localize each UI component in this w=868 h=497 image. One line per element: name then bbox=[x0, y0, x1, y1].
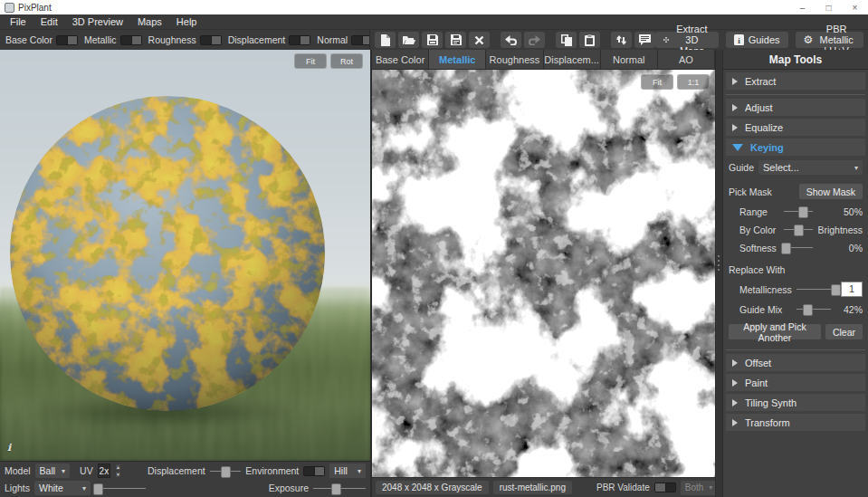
base-color-toggle[interactable] bbox=[56, 35, 78, 45]
sync-maps-button[interactable] bbox=[611, 32, 632, 48]
tab-ao[interactable]: AO bbox=[658, 50, 715, 69]
menu-3d-preview[interactable]: 3D Preview bbox=[65, 16, 130, 27]
chevron-down-icon: ▾ bbox=[854, 164, 858, 172]
guide-select[interactable]: Select...▾ bbox=[758, 160, 863, 175]
pixplant-window: PixPlant – □ × File Edit 3D Preview Maps… bbox=[0, 0, 868, 497]
tab-metallic[interactable]: Metallic bbox=[429, 50, 486, 69]
show-mask-button[interactable]: Show Mask bbox=[799, 184, 863, 199]
chevron-right-icon bbox=[732, 399, 738, 406]
chevron-right-icon bbox=[732, 379, 738, 387]
info-icon[interactable]: i bbox=[7, 442, 11, 454]
pbr-settings-button[interactable]: ⚙ PBR Metallic | H+V bbox=[796, 32, 863, 48]
guides-button[interactable]: i Guides bbox=[726, 32, 788, 48]
tab-roughness[interactable]: Roughness bbox=[486, 50, 543, 69]
tab-normal[interactable]: Normal bbox=[601, 50, 658, 69]
apply-and-pick-another-button[interactable]: Apply and Pick Another bbox=[729, 324, 821, 339]
zoom-fit-button[interactable]: Fit bbox=[641, 74, 673, 90]
pbr-validate-toggle[interactable] bbox=[654, 483, 676, 492]
softness-slider[interactable] bbox=[784, 242, 813, 253]
zoom-actual-size-button[interactable]: 1:1 bbox=[677, 74, 710, 90]
section-extract[interactable]: Extract bbox=[726, 72, 865, 90]
normal-toggle-label: Normal bbox=[317, 34, 348, 45]
environment-select[interactable]: Hill▾ bbox=[329, 464, 366, 478]
titlebar: PixPlant – □ × bbox=[0, 0, 868, 14]
pbr-mode-select[interactable]: Both▾ bbox=[681, 481, 718, 495]
chevron-right-icon bbox=[732, 78, 738, 85]
gear-icon: ⚙ bbox=[804, 34, 814, 45]
clear-button[interactable]: Clear bbox=[825, 324, 863, 339]
section-offset[interactable]: Offset bbox=[726, 354, 865, 371]
chevron-right-icon bbox=[732, 359, 738, 367]
metallic-toggle[interactable] bbox=[120, 35, 142, 45]
range-slider[interactable] bbox=[784, 205, 813, 217]
maximize-button[interactable]: □ bbox=[816, 0, 842, 14]
guide-mix-slider[interactable] bbox=[796, 303, 831, 315]
replace-with-label: Replace With bbox=[729, 264, 785, 275]
scene-3d[interactable]: Fit Rot i bbox=[0, 50, 370, 461]
keying-panel: Guide Select...▾ Pick Mask Show Mask Ran… bbox=[723, 156, 868, 345]
by-color-slider[interactable] bbox=[784, 224, 813, 235]
minimize-button[interactable]: – bbox=[789, 0, 816, 14]
lights-intensity-slider[interactable] bbox=[95, 483, 146, 494]
menu-maps[interactable]: Maps bbox=[130, 16, 169, 27]
viewport-3d-panel: Fit Rot i Model Ball▾ UV 2x ▲▼ Displacem… bbox=[0, 50, 372, 497]
displacement-slider[interactable] bbox=[210, 465, 242, 477]
close-button[interactable]: × bbox=[842, 0, 868, 14]
panel-splitter[interactable] bbox=[715, 50, 723, 497]
by-color-value: Brightness bbox=[817, 225, 863, 235]
save-button[interactable] bbox=[422, 32, 443, 48]
model-select[interactable]: Ball▾ bbox=[35, 464, 70, 478]
exposure-slider[interactable] bbox=[313, 483, 366, 494]
metallicness-value-field[interactable]: 1 bbox=[841, 282, 863, 297]
chevron-down-icon: ▾ bbox=[709, 483, 712, 492]
lights-select[interactable]: White▾ bbox=[34, 481, 91, 495]
section-adjust[interactable]: Adjust bbox=[726, 99, 865, 116]
metallic-map-view[interactable]: Fit 1:1 bbox=[372, 70, 715, 477]
menu-file[interactable]: File bbox=[3, 16, 33, 27]
filename-button[interactable]: rust-metallic.png bbox=[493, 481, 572, 494]
section-equalize[interactable]: Equalize bbox=[726, 119, 865, 136]
metallicness-slider[interactable] bbox=[796, 283, 836, 295]
lights-label: Lights bbox=[5, 483, 30, 493]
section-tiling-synth[interactable]: Tiling Synth bbox=[726, 394, 865, 411]
extract-3d-maps-button[interactable]: Extract 3D Maps bbox=[655, 32, 719, 48]
redo-button[interactable] bbox=[524, 32, 545, 48]
copy-button[interactable] bbox=[556, 32, 577, 48]
section-separator bbox=[726, 94, 865, 95]
range-value: 50% bbox=[817, 206, 863, 217]
section-paint[interactable]: Paint bbox=[726, 374, 865, 391]
stepper-up-icon[interactable]: ▲ bbox=[115, 464, 121, 471]
viewport-controls: Model Ball▾ UV 2x ▲▼ Displacement Enviro… bbox=[0, 461, 370, 497]
uv-stepper[interactable]: ▲▼ bbox=[115, 464, 121, 478]
menu-help[interactable]: Help bbox=[169, 16, 205, 27]
splitter-grip-icon bbox=[718, 255, 720, 257]
tab-displacement[interactable]: Displacem... bbox=[544, 50, 601, 69]
rotate-view-button[interactable]: Rot bbox=[330, 53, 363, 69]
chevron-down-icon bbox=[732, 144, 743, 151]
roughness-toggle[interactable] bbox=[200, 35, 222, 45]
normal-toggle[interactable] bbox=[351, 35, 370, 45]
new-button[interactable] bbox=[375, 32, 396, 48]
stepper-down-icon[interactable]: ▼ bbox=[115, 471, 121, 478]
displacement-toggle[interactable] bbox=[289, 35, 310, 45]
undo-button[interactable] bbox=[501, 32, 521, 48]
guide-mix-value: 42% bbox=[835, 304, 863, 315]
pick-mask-label: Pick Mask bbox=[729, 186, 772, 197]
open-button[interactable] bbox=[398, 32, 419, 48]
tab-base-color[interactable]: Base Color bbox=[372, 50, 429, 69]
softness-label: Softness bbox=[739, 243, 779, 253]
chevron-right-icon bbox=[732, 124, 738, 131]
uv-value-field[interactable]: 2x bbox=[98, 464, 110, 478]
close-file-button[interactable] bbox=[469, 32, 490, 48]
section-transform[interactable]: Transform bbox=[726, 414, 865, 431]
menu-edit[interactable]: Edit bbox=[33, 16, 65, 27]
base-color-toggle-label: Base Color bbox=[5, 34, 52, 45]
paste-button[interactable] bbox=[579, 32, 600, 48]
environment-toggle[interactable] bbox=[303, 466, 325, 476]
by-color-label: By Color bbox=[739, 225, 779, 235]
feedback-button[interactable] bbox=[634, 32, 655, 48]
image-dimensions-button[interactable]: 2048 x 2048 x Grayscale bbox=[376, 481, 489, 494]
section-keying[interactable]: Keying bbox=[726, 139, 865, 156]
save-as-button[interactable] bbox=[445, 32, 466, 48]
fit-view-button[interactable]: Fit bbox=[294, 53, 327, 69]
